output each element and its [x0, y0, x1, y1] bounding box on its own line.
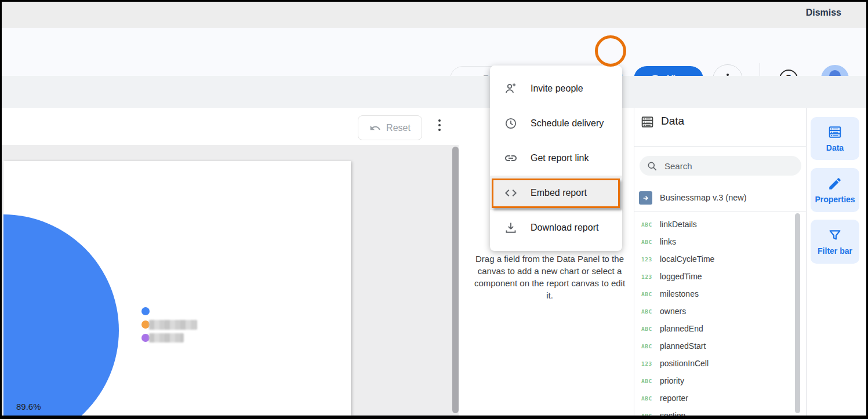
annotation-circle-share-caret — [595, 35, 626, 67]
field-name: plannedStart — [660, 341, 706, 351]
person-add-icon — [504, 82, 518, 96]
report-page[interactable]: 89.6% — [3, 161, 351, 416]
tab-data[interactable]: Data — [811, 117, 859, 160]
annotation-highlight-embed-report — [492, 178, 620, 208]
field-type-badge: ABC — [641, 221, 660, 228]
search-icon — [647, 161, 658, 172]
field-row[interactable]: ABCplannedEnd — [634, 320, 797, 337]
arrow-right-icon — [642, 194, 650, 202]
reset-label: Reset — [386, 123, 411, 133]
legend-dot-purple — [141, 334, 150, 342]
field-name: linkDetails — [660, 220, 697, 229]
field-type-badge: ABC — [641, 343, 660, 349]
field-name: section — [660, 411, 685, 419]
field-name: loggedTime — [660, 272, 702, 281]
field-name: owners — [660, 307, 686, 316]
field-row[interactable]: ABCpriority — [634, 372, 797, 389]
field-name: plannedEnd — [660, 324, 703, 333]
tab-properties[interactable]: Properties — [811, 168, 859, 212]
menu-item-get-report-link[interactable]: Get report link — [490, 141, 622, 176]
field-name: positionInCell — [660, 359, 709, 368]
field-type-badge: ABC — [641, 395, 660, 402]
field-row[interactable]: ABCreporter — [634, 389, 797, 407]
pencil-icon — [827, 176, 842, 191]
pie-chart-slice[interactable] — [3, 214, 119, 416]
legend-label-redacted — [149, 333, 184, 343]
field-row[interactable]: 123positionInCell — [634, 355, 797, 372]
canvas-vertical-scrollbar[interactable] — [452, 147, 459, 413]
clock-icon — [504, 116, 518, 130]
canvas-more-options-button[interactable] — [438, 119, 441, 131]
menu-item-download-report[interactable]: Download report — [490, 210, 622, 245]
kebab-menu-icon — [438, 119, 441, 131]
menu-item-label: Get report link — [531, 153, 589, 163]
field-type-badge: ABC — [641, 308, 660, 315]
data-source-name[interactable]: Businessmap v.3 (new) — [660, 193, 747, 202]
legend-label-redacted — [149, 320, 197, 330]
notification-band: Dismiss — [0, 0, 868, 28]
field-type-badge: ABC — [641, 326, 660, 332]
main-toolbar: Reset Share View ? — [0, 28, 868, 76]
legend-dot-orange — [141, 320, 150, 329]
field-name: priority — [660, 376, 684, 385]
data-source-chip-icon — [639, 191, 652, 205]
field-name: links — [660, 237, 676, 246]
menu-item-schedule-delivery[interactable]: Schedule delivery — [490, 106, 622, 141]
field-name: localCycleTime — [660, 254, 714, 264]
field-type-badge: ABC — [641, 413, 660, 419]
pie-slice-percentage: 89.6% — [16, 402, 41, 411]
legend-dot-blue — [141, 307, 150, 315]
field-row[interactable]: ABClinkDetails — [634, 216, 797, 233]
field-row[interactable]: ABClinks — [634, 233, 797, 250]
menu-item-label: Invite people — [531, 83, 583, 94]
canvas-hint-text: Drag a field from the Data Panel to the … — [471, 253, 629, 301]
field-type-badge: 123 — [641, 360, 660, 367]
canvas-header-strip: Reset — [2, 108, 459, 145]
menu-item-invite-people[interactable]: Invite people — [490, 71, 622, 106]
field-row[interactable]: ABCplannedStart — [634, 337, 797, 355]
field-type-badge: 123 — [641, 274, 660, 280]
field-name: milestones — [660, 289, 699, 298]
divider — [634, 146, 806, 147]
data-panel-icon — [640, 115, 655, 129]
data-icon — [827, 125, 842, 140]
field-type-badge: ABC — [641, 291, 660, 297]
search-placeholder: Search — [664, 161, 692, 171]
field-type-badge: 123 — [641, 256, 660, 263]
field-row[interactable]: ABCmilestones — [634, 285, 797, 303]
field-row[interactable]: 123localCycleTime — [634, 250, 797, 268]
tab-label: Data — [826, 143, 844, 152]
undo-icon — [369, 122, 381, 134]
field-row[interactable]: ABCsection — [634, 407, 797, 419]
tab-label: Properties — [815, 195, 855, 204]
panel-switcher-rail: Data Properties Filter bar — [807, 108, 868, 416]
download-icon — [504, 221, 518, 235]
tab-label: Filter bar — [818, 246, 852, 256]
menu-item-label: Download report — [531, 223, 598, 233]
field-row[interactable]: ABCowners — [634, 303, 797, 320]
data-panel: Data Search Businessmap v.3 (new) ABClin… — [634, 108, 806, 416]
field-type-badge: ABC — [641, 239, 660, 245]
field-list-scrollbar[interactable] — [795, 213, 800, 413]
field-name: reporter — [660, 394, 688, 403]
field-search-input[interactable]: Search — [640, 156, 801, 176]
divider — [634, 211, 806, 212]
data-panel-title: Data — [661, 115, 684, 127]
share-dropdown-menu: Invite people Schedule delivery Get repo… — [490, 65, 622, 251]
funnel-icon — [827, 228, 842, 243]
menu-item-label: Schedule delivery — [531, 118, 604, 129]
reset-button-canvas[interactable]: Reset — [358, 115, 422, 140]
field-row[interactable]: 123loggedTime — [634, 268, 797, 285]
looker-studio-window: Dismiss Reset Share View ? — [0, 0, 868, 419]
dismiss-button[interactable]: Dismiss — [806, 8, 841, 18]
field-type-badge: ABC — [641, 378, 660, 384]
edit-toolbar: A Theme and layout Pause updates — [0, 76, 868, 108]
tab-filter-bar[interactable]: Filter bar — [811, 220, 859, 264]
link-icon — [504, 151, 518, 165]
